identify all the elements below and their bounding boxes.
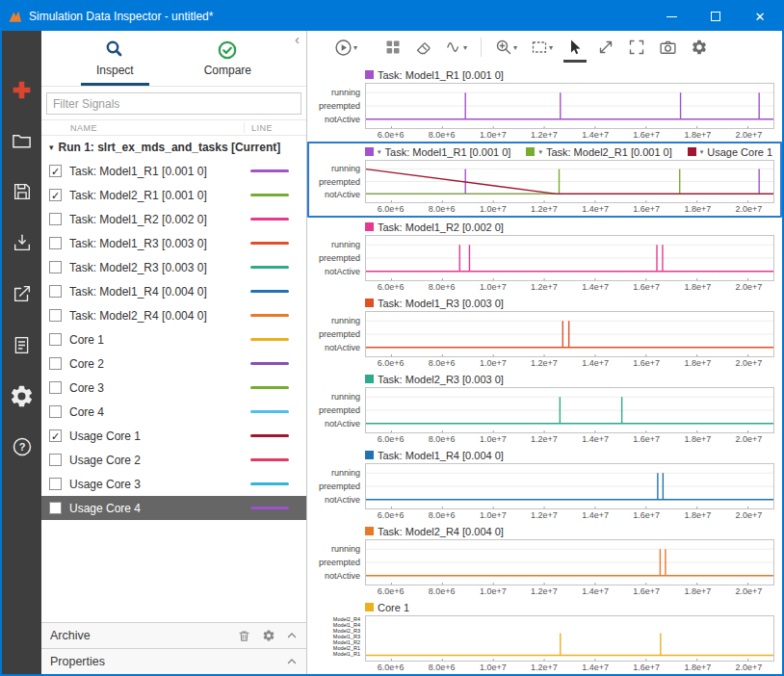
tab-inspect[interactable]: Inspect <box>81 39 149 86</box>
check-circle-icon <box>217 39 238 61</box>
legend-entry[interactable]: Task: Model1_R2 [0.002 0] <box>365 221 504 233</box>
x-axis-tick-label: 1.6e+7 <box>633 510 660 520</box>
signal-checkbox[interactable] <box>49 261 62 273</box>
legend-entry[interactable]: Task: Model1_R4 [0.004 0] <box>365 450 504 461</box>
run-group-row[interactable]: ▾ Run 1: slrt_ex_mds_and_tasks [Current] <box>41 136 306 159</box>
signal-row[interactable]: ✓Task: Model2_R1 [0.001 0] <box>41 183 306 207</box>
signal-checkbox[interactable] <box>49 502 62 514</box>
signal-row[interactable]: Task: Model2_R3 [0.003 0] <box>41 255 306 279</box>
legend-dropdown-icon[interactable]: ▾ <box>538 148 542 156</box>
expand-axes-button[interactable] <box>597 39 614 56</box>
zoom-in-button[interactable]: ▾ <box>495 39 517 56</box>
signal-row[interactable]: Task: Model1_R4 [0.004 0] <box>41 279 306 303</box>
maximize-button[interactable] <box>693 2 738 31</box>
signal-row[interactable]: Core 3 <box>41 376 306 400</box>
signals-menu-button[interactable]: ▾ <box>446 39 467 56</box>
legend-entry[interactable]: ▾Task: Model2_R1 [0.001 0] <box>526 146 671 158</box>
legend-entry[interactable]: Task: Model2_R4 [0.004 0] <box>365 526 504 537</box>
collapse-sidebar-icon[interactable]: ‹ <box>295 33 300 46</box>
legend-entry[interactable]: Task: Model1_R1 [0.001 0] <box>365 69 504 81</box>
legend-dropdown-icon[interactable]: ▾ <box>700 148 704 156</box>
save-button[interactable] <box>8 177 37 206</box>
signal-row[interactable]: ✓Usage Core 1 <box>41 424 306 448</box>
plot-area[interactable] <box>365 463 774 509</box>
plot-area[interactable] <box>365 160 774 203</box>
plot-area[interactable] <box>365 311 774 357</box>
signal-checkbox[interactable] <box>49 357 62 370</box>
legend-entry[interactable]: Task: Model1_R3 [0.003 0] <box>365 298 504 309</box>
signal-row[interactable]: Core 4 <box>41 400 306 424</box>
signal-checkbox[interactable] <box>49 454 62 466</box>
signal-checkbox[interactable] <box>49 285 62 298</box>
x-axis-tick-label: 1.4e+7 <box>582 510 609 520</box>
chart-panel[interactable]: ▾Task: Model1_R1 [0.001 0]▾Task: Model2_… <box>307 142 782 218</box>
signal-row[interactable]: Usage Core 3 <box>41 472 306 496</box>
signal-row[interactable]: ✓Task: Model1_R1 [0.001 0] <box>41 159 306 183</box>
chart-panel[interactable]: Core 1Model2_R4Model1_R4Model2_R3Model1_… <box>307 598 782 674</box>
signal-row[interactable]: Core 2 <box>41 351 306 376</box>
fit-to-view-button[interactable] <box>628 39 645 56</box>
legend-dropdown-icon[interactable]: ▾ <box>378 148 381 156</box>
x-axis-tick-label: 1.8e+7 <box>684 358 711 368</box>
playback-button[interactable]: ▾ <box>334 39 357 57</box>
signal-checkbox[interactable] <box>49 381 62 394</box>
open-button[interactable] <box>8 126 37 155</box>
signal-checkbox[interactable] <box>49 333 62 346</box>
signal-row[interactable]: Usage Core 2 <box>41 448 306 472</box>
tab-compare[interactable]: Compare <box>189 39 267 86</box>
collapse-properties-icon[interactable] <box>286 656 298 667</box>
signal-checkbox[interactable] <box>49 213 62 225</box>
plot-area[interactable] <box>365 387 774 433</box>
export-button[interactable] <box>8 279 37 308</box>
signal-checkbox[interactable]: ✓ <box>49 429 62 442</box>
filter-signals-input[interactable] <box>46 92 301 115</box>
plot-area[interactable] <box>365 615 774 662</box>
y-axis-label: running <box>331 544 360 554</box>
signal-row[interactable]: Core 1 <box>41 327 306 351</box>
signal-checkbox[interactable] <box>49 237 62 249</box>
legend-entry[interactable]: Task: Model2_R3 [0.003 0] <box>365 374 504 385</box>
add-button[interactable] <box>8 75 37 104</box>
clear-plots-button[interactable] <box>415 39 432 56</box>
create-report-button[interactable] <box>8 330 37 359</box>
signal-checkbox[interactable]: ✓ <box>49 165 62 177</box>
import-button[interactable] <box>8 228 37 257</box>
plot-area[interactable] <box>365 539 774 585</box>
minimize-button[interactable] <box>649 2 693 31</box>
pointer-button[interactable] <box>566 39 584 56</box>
subplots-layout-button[interactable] <box>384 39 402 56</box>
help-button[interactable]: ? <box>8 432 37 461</box>
x-axis-ticks: 6.0e+68.0e+61.0e+71.2e+71.4e+71.6e+71.8e… <box>365 357 774 370</box>
signal-row[interactable]: Usage Core 4 <box>41 496 306 520</box>
trash-icon[interactable] <box>237 629 251 643</box>
archive-settings-icon[interactable] <box>262 629 275 642</box>
signal-checkbox[interactable] <box>49 405 62 418</box>
plot-settings-button[interactable] <box>691 39 708 56</box>
close-button[interactable]: ✕ <box>738 2 782 31</box>
archive-bar[interactable]: Archive <box>41 622 306 648</box>
chart-panel[interactable]: Task: Model2_R3 [0.003 0]runningpreempte… <box>307 370 782 446</box>
legend-entry[interactable]: ▾Task: Model1_R1 [0.001 0] <box>365 146 510 158</box>
chart-panel[interactable]: Task: Model2_R4 [0.004 0]runningpreempte… <box>307 522 782 598</box>
legend-entry[interactable]: ▾Usage Core 1 <box>688 146 772 158</box>
chart-panel[interactable]: Task: Model1_R4 [0.004 0]runningpreempte… <box>307 446 782 522</box>
preferences-button[interactable] <box>8 381 37 410</box>
signal-name: Task: Model1_R4 [0.004 0] <box>69 285 250 299</box>
signal-checkbox[interactable]: ✓ <box>49 189 62 201</box>
signal-row[interactable]: Task: Model1_R2 [0.002 0] <box>41 207 306 231</box>
signal-checkbox[interactable] <box>49 309 62 322</box>
zoom-region-button[interactable]: ▾ <box>531 39 553 56</box>
chart-panel[interactable]: Task: Model1_R1 [0.001 0]runningpreempte… <box>307 65 782 142</box>
plot-area[interactable] <box>365 235 774 281</box>
chart-panel[interactable]: Task: Model1_R2 [0.002 0]runningpreempte… <box>307 218 782 294</box>
snapshot-button[interactable] <box>659 39 677 57</box>
collapse-archive-icon[interactable] <box>286 630 298 641</box>
plot-area[interactable] <box>365 83 774 129</box>
signal-checkbox[interactable] <box>49 478 62 490</box>
properties-bar[interactable]: Properties <box>41 648 306 674</box>
y-axis-label: notActive <box>325 115 360 124</box>
signal-row[interactable]: Task: Model1_R3 [0.003 0] <box>41 231 306 255</box>
legend-entry[interactable]: Core 1 <box>365 602 409 613</box>
signal-row[interactable]: Task: Model2_R4 [0.004 0] <box>41 303 306 327</box>
chart-panel[interactable]: Task: Model1_R3 [0.003 0]runningpreempte… <box>307 294 782 370</box>
